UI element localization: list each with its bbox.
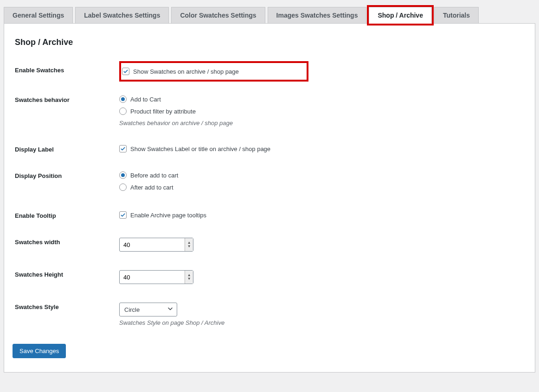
radio-label: Before add to cart [130,172,178,179]
enable-tooltip-checkbox-label: Enable Archive page tooltips [130,212,206,219]
number-spinner: ▲ ▼ [185,238,193,251]
field-label-display-label: Display Label [13,140,115,167]
display-label-checkbox-label: Show Swatches Label or title on archive … [130,145,270,152]
radio-label: Product filter by attribute [130,108,196,115]
field-label-enable-swatches: Enable Swatches [13,61,115,91]
swatches-height-input-wrapper: ▲ ▼ [119,270,193,284]
highlighted-option: Show Swatches on archive / shop page [119,61,308,82]
enable-swatches-checkbox[interactable] [122,68,129,75]
save-changes-button[interactable]: Save Changes [13,344,66,358]
field-label-swatches-width: Swatches width [13,233,115,266]
radio-dot-icon [121,173,125,177]
display-position-radio-before[interactable] [119,171,127,179]
field-label-swatches-style: Swatches Style [13,298,115,340]
tab-label: General Settings [13,12,64,19]
swatches-height-input[interactable] [120,271,185,284]
form-table: Enable Swatches Show Swatches on archive… [13,61,526,340]
enable-swatches-checkbox-label: Show Swatches on archive / shop page [133,68,239,75]
spinner-down-icon[interactable]: ▼ [187,277,191,281]
field-description: Swatches Style on page Shop / Archive [119,319,522,326]
swatches-width-input[interactable] [120,238,185,251]
number-spinner: ▲ ▼ [185,271,193,284]
radio-dot-icon [121,97,125,101]
tab-tutorials[interactable]: Tutorials [434,7,479,24]
tab-shop-archive[interactable]: Shop / Archive [369,7,432,24]
spinner-down-icon[interactable]: ▼ [187,245,191,248]
field-label-swatches-height: Swatches Height [13,266,115,298]
swatches-width-input-wrapper: ▲ ▼ [119,238,193,252]
field-label-swatches-behavior: Swatches behavior [13,91,115,140]
swatches-behavior-radio-add-to-cart[interactable] [119,95,127,103]
tab-color-swatches-settings[interactable]: Color Swatches Settings [171,7,265,24]
tab-label-swatches-settings[interactable]: Label Swatches Settings [75,7,169,24]
radio-label: After add to cart [130,184,173,191]
display-position-radio-after[interactable] [119,183,127,191]
tab-label: Shop / Archive [378,12,423,19]
swatches-style-select[interactable]: Circle [119,303,177,316]
chevron-down-icon [167,306,173,313]
settings-tabs: General Settings Label Swatches Settings… [4,7,535,23]
checkmark-icon [120,146,126,152]
display-label-checkbox[interactable] [119,145,127,152]
radio-label: Add to Cart [130,96,161,103]
page-title: Shop / Archive [15,38,526,47]
tab-label: Tutorials [443,12,470,19]
tab-label: Label Swatches Settings [84,12,160,19]
settings-panel: Shop / Archive Enable Swatches Show Swat… [4,23,535,373]
tab-images-swatches-settings[interactable]: Images Swatches Settings [268,7,367,24]
tab-label: Color Swatches Settings [180,12,256,19]
tab-label: Images Swatches Settings [276,12,358,19]
field-label-enable-tooltip: Enable Tooltip [13,207,115,233]
select-value: Circle [124,306,140,313]
checkmark-icon [120,212,126,218]
field-description: Swatches behavior on archive / shop page [119,120,522,126]
field-label-display-position: Display Position [13,167,115,207]
swatches-behavior-radio-product-filter[interactable] [119,107,127,115]
enable-tooltip-checkbox[interactable] [119,211,127,219]
checkmark-icon [123,69,128,74]
tab-general-settings[interactable]: General Settings [4,7,73,24]
